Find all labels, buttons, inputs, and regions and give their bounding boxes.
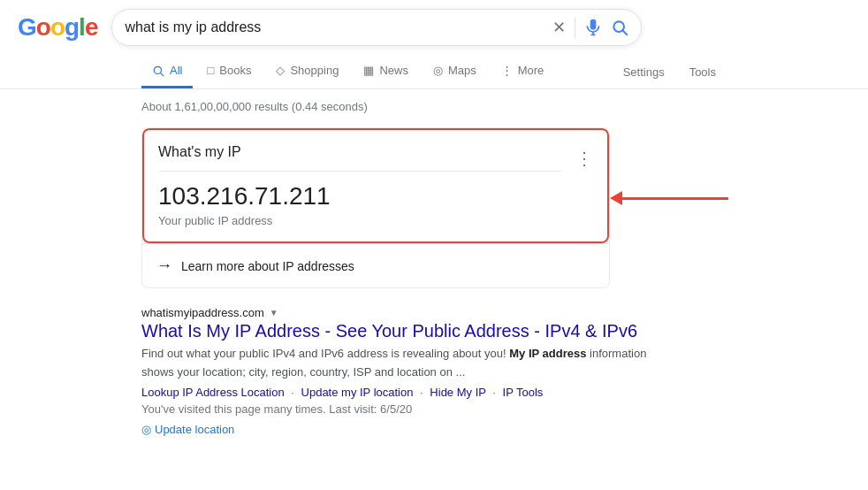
update-location-text: Update location: [155, 423, 234, 436]
header: Google ✕: [0, 0, 868, 55]
settings-link[interactable]: Settings: [613, 58, 675, 86]
tab-books[interactable]: □ Books: [196, 55, 262, 88]
dropdown-icon[interactable]: ▼: [270, 308, 278, 318]
tab-shopping[interactable]: ◇ Shopping: [265, 55, 349, 88]
books-icon: □: [207, 64, 214, 77]
tools-link[interactable]: Tools: [679, 58, 727, 86]
arrow-line: [622, 197, 728, 200]
tab-all-label: All: [170, 64, 182, 77]
arrow-right-icon: →: [156, 256, 172, 275]
result-link-3[interactable]: IP Tools: [503, 386, 544, 399]
clear-icon[interactable]: ✕: [552, 18, 566, 37]
location-icon: ◎: [141, 423, 151, 436]
snippet-text-1: Find out what your public IPv4 and IPv6 …: [141, 347, 509, 360]
shopping-icon: ◇: [276, 64, 285, 77]
ip-address: 103.216.71.211: [158, 182, 561, 211]
tab-maps-label: Maps: [448, 64, 476, 77]
arrow-head: [610, 191, 622, 205]
featured-title: What's my IP: [158, 144, 561, 160]
result-title[interactable]: What Is My IP Address - See Your Public …: [141, 321, 672, 341]
result-snippet: Find out what your public IPv4 and IPv6 …: [141, 345, 672, 382]
dot-1: ·: [291, 386, 294, 399]
mic-button[interactable]: [584, 19, 602, 36]
nav-tabs: All □ Books ◇ Shopping ▦ News ◎ Maps ⋮ M…: [0, 55, 868, 89]
dot-3: ·: [492, 386, 496, 399]
more-options-icon[interactable]: ⋮: [575, 148, 593, 169]
svg-line-3: [161, 73, 164, 75]
tab-news-label: News: [379, 64, 408, 77]
tab-more-label: More: [518, 64, 544, 77]
tab-news[interactable]: ▦ News: [353, 55, 419, 88]
result-link-0[interactable]: Lookup IP Address Location: [141, 386, 285, 399]
featured-divider: [158, 171, 561, 172]
site-name: whatismyipaddress.com: [141, 306, 264, 319]
tab-more[interactable]: ⋮ More: [491, 55, 555, 88]
result-links: Lookup IP Address Location · Update my I…: [141, 386, 672, 399]
result-link-1[interactable]: Update my IP location: [301, 386, 414, 399]
snippet-bold: My IP address: [509, 347, 586, 360]
results-area: About 1,61,00,00,000 results (0.44 secon…: [0, 89, 868, 447]
featured-content: What's my IP 103.216.71.211 Your public …: [158, 144, 561, 227]
divider: [575, 17, 575, 38]
red-arrow-container: [610, 191, 728, 205]
results-count: About 1,61,00,00,000 results (0.44 secon…: [141, 100, 727, 113]
result-site: whatismyipaddress.com ▼: [141, 306, 672, 319]
tab-shopping-label: Shopping: [290, 64, 339, 77]
update-location-link[interactable]: ◎ Update location: [141, 423, 234, 436]
google-logo[interactable]: Google: [18, 13, 97, 42]
news-icon: ▦: [363, 64, 374, 77]
more-icon: ⋮: [501, 64, 513, 77]
dot-2: ·: [420, 386, 423, 399]
maps-icon: ◎: [433, 64, 443, 77]
svg-line-1: [623, 31, 628, 35]
tab-all[interactable]: All: [141, 55, 193, 88]
learn-more-text: Learn more about IP addresses: [181, 259, 354, 273]
tab-maps[interactable]: ◎ Maps: [423, 55, 487, 88]
search-input[interactable]: [125, 19, 544, 35]
result-link-2[interactable]: Hide My IP: [430, 386, 485, 399]
learn-more-link[interactable]: → Learn more about IP addresses: [142, 243, 609, 287]
search-result-0: whatismyipaddress.com ▼ What Is My IP Ad…: [141, 306, 672, 436]
result-visited: You've visited this page many times. Las…: [141, 402, 672, 416]
tab-books-label: Books: [219, 64, 251, 77]
search-button[interactable]: [611, 19, 628, 36]
search-bar: ✕: [111, 9, 642, 46]
featured-card: What's my IP 103.216.71.211 Your public …: [141, 127, 610, 288]
ip-label: Your public IP address: [158, 214, 561, 227]
